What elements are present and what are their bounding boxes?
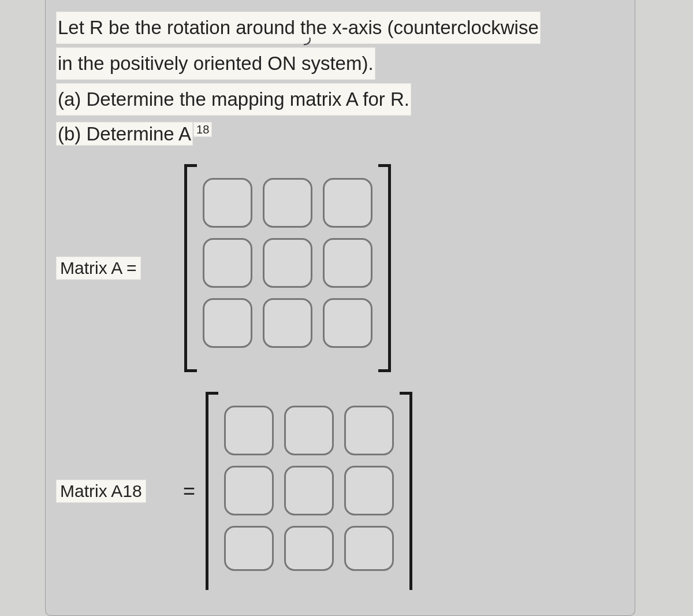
- matrix-a-cell[interactable]: [263, 298, 312, 348]
- matrix-a-grid: [195, 164, 381, 372]
- equals-sign: =: [183, 479, 195, 503]
- matrix-a18-cell[interactable]: [344, 466, 394, 515]
- matrix-a18-cell[interactable]: [284, 466, 334, 515]
- bracket-right-icon: [381, 164, 391, 372]
- matrix-a-row: Matrix A =: [56, 164, 624, 372]
- question-line-1: Let R be the rotation around the x-axis …: [56, 12, 541, 44]
- matrix-a18-grid: [216, 392, 402, 590]
- page: ﺭ Let R be the rotation around the x-axi…: [0, 0, 693, 616]
- matrix-a-cell[interactable]: [263, 238, 312, 288]
- question-text: Let R be the rotation around the x-axis …: [56, 12, 624, 149]
- matrix-a18-row: Matrix A18 =: [56, 392, 624, 590]
- question-part-a: (a) Determine the mapping matrix A for R…: [56, 83, 411, 116]
- matrix-a18-cell[interactable]: [224, 406, 274, 455]
- matrix-a18: [206, 392, 412, 590]
- matrix-a18-cell[interactable]: [224, 526, 274, 571]
- matrix-a-cell[interactable]: [203, 178, 252, 228]
- matrix-a-cell[interactable]: [263, 178, 312, 228]
- matrix-a18-cell[interactable]: [344, 526, 394, 571]
- bracket-left-icon: [184, 164, 195, 372]
- matrix-a18-cell[interactable]: [284, 526, 334, 571]
- question-card: ﺭ Let R be the rotation around the x-axi…: [45, 0, 635, 616]
- matrix-a18-cell[interactable]: [224, 466, 274, 515]
- question-part-b-prefix: (b) Determine A: [56, 122, 193, 146]
- matrix-a-cell[interactable]: [203, 298, 252, 348]
- bracket-right-icon: [402, 392, 412, 590]
- matrix-a-cell[interactable]: [203, 238, 252, 288]
- matrix-a-label: Matrix A =: [56, 257, 141, 280]
- bracket-left-icon: [206, 392, 216, 590]
- matrix-a18-label: Matrix A18: [56, 480, 146, 503]
- matrix-a-cell[interactable]: [323, 298, 372, 348]
- matrix-a-cell[interactable]: [323, 178, 372, 228]
- matrix-a-cell[interactable]: [323, 238, 372, 288]
- matrix-a: [184, 164, 391, 372]
- question-part-b-exponent: 18: [193, 122, 212, 137]
- matrix-a18-cell[interactable]: [284, 406, 334, 455]
- matrix-a18-cell[interactable]: [344, 406, 394, 455]
- question-line-2: in the positively oriented ON system).: [56, 47, 375, 80]
